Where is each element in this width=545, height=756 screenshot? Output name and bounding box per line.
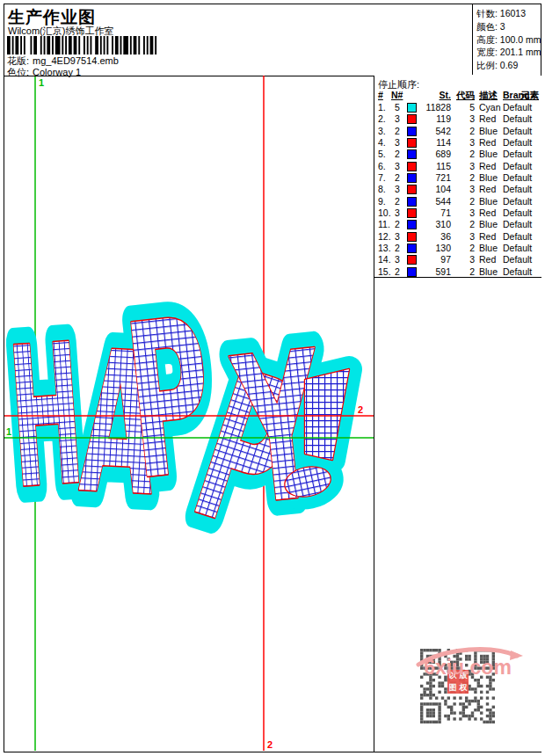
right-column: 停止顺序: # N# St. 代码 描述 Brand 元素 1.5118285C…: [374, 76, 541, 752]
thread-brand: Default: [503, 254, 532, 265]
color-code: 3: [455, 161, 475, 171]
stitch-count: 114: [410, 137, 451, 148]
thread-brand: Default: [503, 266, 532, 277]
worksheet-page: 生产作业图 Wilcom(汇京)绣饰工作室 花版:mg_4ED97514.emb…: [4, 4, 541, 752]
stitch-count: 544: [410, 196, 451, 207]
color-description: Red: [479, 231, 496, 242]
design-scale: 比例: 0.69: [476, 59, 540, 72]
thread-brand: Default: [503, 207, 532, 218]
stop-row: 6.31153RedDefault: [374, 161, 541, 172]
thread-brand: Default: [503, 137, 532, 148]
needle-number: 2: [393, 196, 402, 207]
stop-number: 10.: [378, 207, 391, 218]
design-height: 高度: 100.0 mm: [476, 33, 540, 47]
needle-number: 3: [393, 113, 402, 124]
col-header-element: 元素: [512, 90, 539, 102]
stop-number: 2.: [378, 113, 386, 124]
color-description: Blue: [479, 172, 498, 183]
stop-row: 15.25912BlueDefault: [374, 266, 541, 278]
color-description: Red: [479, 137, 496, 148]
stop-sequence-table: 停止顺序: # N# St. 代码 描述 Brand 元素 1.5118285C…: [374, 76, 541, 278]
stop-number: 4.: [378, 137, 386, 148]
col-header-stitches: St.: [408, 90, 451, 100]
stop-number: 11.: [378, 219, 390, 229]
needle-number: 3: [393, 137, 402, 148]
color-description: Blue: [479, 196, 498, 207]
col-header-needle: N#: [391, 90, 403, 100]
stop-row: 9.25442BlueDefault: [374, 196, 541, 207]
stop-number: 12.: [378, 231, 391, 242]
needle-number: 3: [393, 207, 402, 218]
needle-number: 3: [393, 161, 402, 171]
thread-brand: Default: [503, 172, 532, 183]
col-header-description: 描述: [479, 90, 498, 102]
design-letter-layer: H A P P Y: [4, 273, 349, 580]
stitch-count: 115: [410, 161, 451, 171]
thread-brand: Default: [503, 161, 532, 171]
needle-number: 2: [393, 149, 402, 159]
stop-row: 8.31043RedDefault: [374, 184, 541, 195]
thread-brand: Default: [503, 102, 532, 113]
stitch-count: 11828: [410, 102, 451, 113]
start-marker-left: 1: [6, 426, 11, 437]
stitch-count: 104: [410, 184, 451, 194]
stop-row: 14.3973RedDefault: [374, 254, 541, 265]
color-code: 2: [455, 126, 475, 136]
color-code: 3: [455, 137, 475, 148]
stop-number: 13.: [378, 243, 391, 253]
stop-row: 3.25422BlueDefault: [374, 126, 541, 137]
color-description: Blue: [479, 266, 498, 277]
stitch-count: 542: [410, 126, 451, 136]
thread-brand: Default: [503, 113, 532, 124]
color-description: Red: [479, 113, 496, 124]
color-count: 颜色: 3: [476, 20, 540, 33]
table-header-row: # N# St. 代码 描述 Brand 元素: [374, 90, 541, 101]
color-description: Cyan: [479, 102, 501, 113]
stop-number: 9.: [378, 196, 386, 207]
stitch-count: 97: [410, 254, 451, 265]
color-code: 2: [455, 196, 475, 207]
stitch-count: 针数: 16013: [476, 7, 540, 20]
color-code: 2: [455, 243, 475, 253]
col-header-hash: #: [378, 90, 383, 100]
thread-brand: Default: [503, 243, 532, 253]
color-code: 2: [455, 149, 475, 159]
color-description: Blue: [479, 126, 498, 136]
color-description: Red: [479, 161, 496, 171]
stop-number: 14.: [378, 254, 391, 265]
color-code: 3: [455, 184, 475, 194]
stitch-count: 689: [410, 149, 451, 159]
color-description: Red: [479, 184, 496, 194]
color-code: 2: [455, 266, 475, 277]
stop-number: 7.: [378, 172, 386, 183]
color-description: Blue: [479, 243, 498, 253]
end-marker-right: 2: [358, 404, 363, 415]
letter-h: H: [4, 302, 90, 532]
stitch-count: 119: [410, 113, 451, 124]
end-marker-bottom: 2: [267, 739, 272, 750]
needle-number: 2: [393, 126, 402, 136]
stop-number: 3.: [378, 126, 386, 136]
design-width: 宽度: 201.1 mm: [476, 46, 540, 59]
stop-number: 5.: [378, 149, 386, 159]
color-code: 5: [455, 102, 475, 113]
color-description: Blue: [479, 149, 498, 159]
stop-row: 13.21302BlueDefault: [374, 243, 541, 254]
thread-brand: Default: [503, 231, 532, 242]
thread-brand: Default: [503, 196, 532, 207]
needle-number: 2: [393, 219, 402, 229]
color-description: Red: [479, 207, 496, 218]
needle-number: 3: [393, 231, 402, 242]
design-info-box: 针数: 16013 颜色: 3 高度: 100.0 mm 宽度: 201.1 m…: [472, 4, 540, 75]
barcode: [7, 36, 158, 55]
stitch-count: 721: [410, 172, 451, 183]
header: 生产作业图 Wilcom(汇京)绣饰工作室 花版:mg_4ED97514.emb…: [4, 4, 541, 76]
stops-rows: 1.5118285CyanDefault2.31193RedDefault3.2…: [374, 102, 541, 278]
stop-row: 2.31193RedDefault: [374, 113, 541, 125]
stop-row: 5.26892BlueDefault: [374, 149, 541, 160]
color-code: 2: [455, 172, 475, 183]
stop-row: 10.3713RedDefault: [374, 207, 541, 219]
stitch-count: 130: [410, 243, 451, 253]
color-description: Red: [479, 254, 496, 265]
stop-number: 15.: [378, 266, 391, 277]
